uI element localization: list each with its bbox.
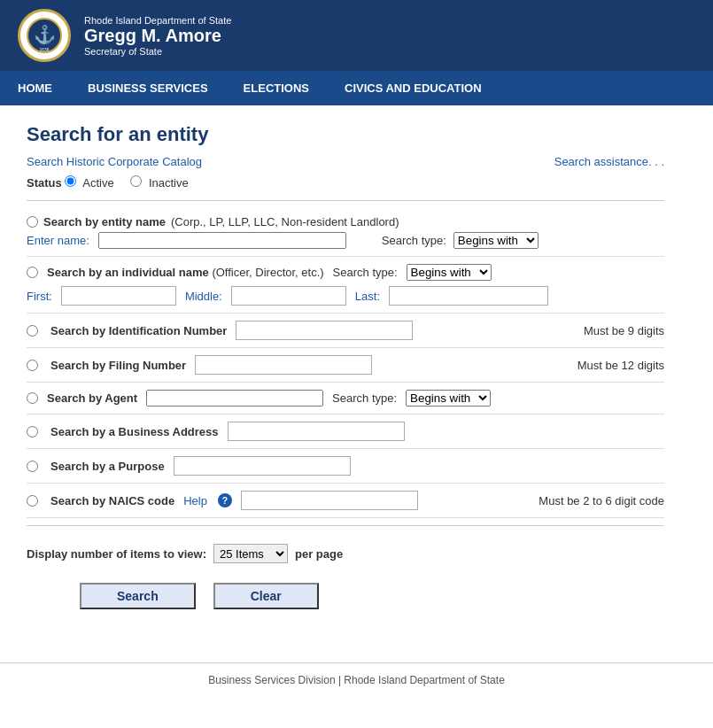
agency-name: Rhode Island Department of State xyxy=(84,15,231,26)
id-number-input[interactable] xyxy=(236,321,413,340)
status-active-label[interactable]: Active xyxy=(65,176,117,190)
agent-search-type-label: Search type: xyxy=(332,391,397,405)
first-label: First: xyxy=(27,290,52,303)
filing-number-label[interactable]: Search by Filing Number xyxy=(50,359,186,372)
items-per-page-select[interactable]: 25 Items 50 Items 100 Items xyxy=(213,544,288,563)
svg-text:1636: 1636 xyxy=(39,47,49,52)
naics-help-icon[interactable]: ? xyxy=(218,493,232,507)
footer-right: Rhode Island Department of State xyxy=(344,674,504,686)
logo: ⚓ 1636 xyxy=(18,9,71,62)
display-label: Display number of items to view: xyxy=(27,547,206,561)
footer: Business Services Division | Rhode Islan… xyxy=(0,662,713,697)
middle-name-input[interactable] xyxy=(231,286,346,306)
agent-section: Search by Agent Search type: Begins with… xyxy=(27,383,664,414)
entity-name-radio-row: Search by entity name (Corp., LP, LLP, L… xyxy=(27,215,664,228)
display-row: Display number of items to view: 25 Item… xyxy=(27,533,664,574)
address-input[interactable] xyxy=(228,422,405,441)
individual-search-type-select[interactable]: Begins with Contains Exact match xyxy=(407,264,492,281)
purpose-label[interactable]: Search by a Purpose xyxy=(50,460,165,473)
address-radio[interactable] xyxy=(27,426,38,438)
status-active-radio[interactable] xyxy=(65,175,76,187)
secretary-title: Secretary of State xyxy=(84,46,231,57)
individual-name-section: Search by an individual name (Officer, D… xyxy=(27,257,664,314)
nav-civics-education[interactable]: CIVICS AND EDUCATION xyxy=(327,71,500,105)
address-label[interactable]: Search by a Business Address xyxy=(50,425,219,438)
id-number-radio[interactable] xyxy=(27,325,38,337)
top-links: Search Historic Corporate Catalog Search… xyxy=(27,155,664,168)
agent-radio[interactable] xyxy=(27,392,38,404)
historic-catalog-link[interactable]: Search Historic Corporate Catalog xyxy=(27,155,202,168)
page-title: Search for an entity xyxy=(27,123,664,146)
naics-note: Must be 2 to 6 digit code xyxy=(539,494,664,507)
filing-number-note: Must be 12 digits xyxy=(577,359,664,372)
individual-name-label[interactable]: Search by an individual name (Officer, D… xyxy=(47,266,324,279)
purpose-section: Search by a Purpose xyxy=(27,449,664,484)
filing-number-input[interactable] xyxy=(195,355,372,375)
entity-name-radio[interactable] xyxy=(27,216,38,228)
agent-search-type-select[interactable]: Begins with Contains Exact match xyxy=(406,390,491,407)
middle-label: Middle: xyxy=(185,290,222,303)
address-section: Search by a Business Address xyxy=(27,414,664,449)
filing-number-radio[interactable] xyxy=(27,360,38,371)
nav-home[interactable]: HOME xyxy=(0,71,70,105)
individual-name-fields: First: Middle: Last: xyxy=(27,286,664,306)
id-number-note: Must be 9 digits xyxy=(584,324,664,337)
individual-title-row: Search by an individual name (Officer, D… xyxy=(27,264,664,281)
naics-section: Search by NAICS code Help ? Must be 2 to… xyxy=(27,484,664,518)
entity-search-type: Search type: Begins with Contains Exact … xyxy=(382,232,539,249)
status-inactive-radio[interactable] xyxy=(130,175,142,187)
first-name-input[interactable] xyxy=(61,286,176,306)
entity-search-type-select[interactable]: Begins with Contains Exact match xyxy=(453,232,539,249)
divider-2 xyxy=(27,525,664,526)
enter-name-label: Enter name: xyxy=(27,234,89,247)
entity-search-type-label: Search type: xyxy=(382,234,446,247)
entity-name-label[interactable]: Search by entity name (Corp., LP, LLP, L… xyxy=(43,215,399,228)
naics-help-link[interactable]: Help xyxy=(183,494,207,507)
nav-elections[interactable]: ELECTIONS xyxy=(226,71,327,105)
search-assistance-link[interactable]: Search assistance. . . xyxy=(554,155,664,168)
purpose-input[interactable] xyxy=(174,456,351,476)
filing-number-section: Search by Filing Number Must be 12 digit… xyxy=(27,348,664,383)
header-text: Rhode Island Department of State Gregg M… xyxy=(84,15,231,57)
button-row: Search Clear xyxy=(27,574,664,627)
divider-1 xyxy=(27,200,664,201)
clear-button[interactable]: Clear xyxy=(213,583,319,609)
svg-text:⚓: ⚓ xyxy=(34,24,56,45)
naics-radio[interactable] xyxy=(27,495,38,507)
nav-bar: HOME BUSINESS SERVICES ELECTIONS CIVICS … xyxy=(0,71,713,105)
entity-name-fields: Enter name: Search type: Begins with Con… xyxy=(27,232,664,249)
last-label: Last: xyxy=(355,290,380,303)
indiv-search-type-label: Search type: xyxy=(333,266,398,279)
per-page-label: per page xyxy=(295,547,343,561)
header: ⚓ 1636 Rhode Island Department of State … xyxy=(0,0,713,71)
agent-label[interactable]: Search by Agent xyxy=(47,391,137,405)
status-label: Status xyxy=(27,176,62,190)
individual-name-radio[interactable] xyxy=(27,267,38,278)
main-content: Search for an entity Search Historic Cor… xyxy=(0,105,691,645)
status-inactive-label[interactable]: Inactive xyxy=(130,176,188,190)
naics-input[interactable] xyxy=(241,491,418,510)
entity-name-input[interactable] xyxy=(98,232,346,249)
purpose-radio[interactable] xyxy=(27,461,38,472)
naics-label[interactable]: Search by NAICS code xyxy=(50,494,174,507)
id-number-label[interactable]: Search by Identification Number xyxy=(50,324,227,337)
last-name-input[interactable] xyxy=(389,286,548,306)
id-number-section: Search by Identification Number Must be … xyxy=(27,314,664,348)
status-row: Status Active Inactive xyxy=(27,175,664,190)
secretary-name: Gregg M. Amore xyxy=(84,26,231,46)
agent-input[interactable] xyxy=(146,390,323,407)
nav-business-services[interactable]: BUSINESS SERVICES xyxy=(70,71,226,105)
search-button[interactable]: Search xyxy=(80,583,196,609)
footer-left: Business Services Division | xyxy=(208,674,341,686)
entity-name-section: Search by entity name (Corp., LP, LLP, L… xyxy=(27,208,664,257)
